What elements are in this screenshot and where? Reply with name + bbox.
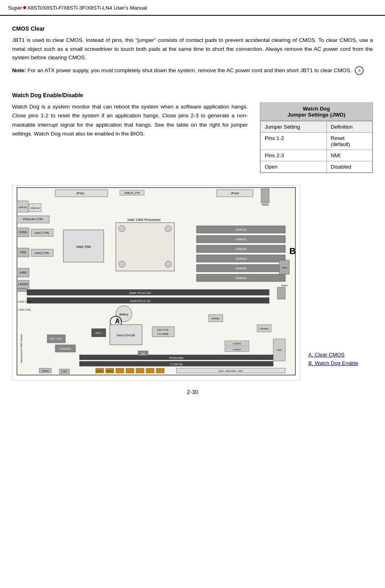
svg-text:LAN3: LAN3 [19,271,27,274]
svg-rect-84 [126,368,134,373]
svg-text:Supermicro® X8STi Series: Supermicro® X8STi Series [20,334,23,363]
svg-text:COM2: COM2 [61,370,67,373]
watchdog-heading: Watch Dog Enable/Disable [12,92,373,98]
header-brand: Super●X8STi/X8STi-F/X8STi-3F/X8STi-LN4 U… [8,3,147,12]
svg-text:SAS1 · SAS3  SAS4 · SAS7: SAS1 · SAS3 SAS4 · SAS7 [219,370,243,372]
spacer [12,82,373,90]
svg-text:WPM0485: WPM0485 [60,348,71,350]
page-footer: 2-30 [12,381,373,403]
watchdog-section: Watch Dog Enable/Disable Watch Dog is a … [12,92,373,173]
svg-text:IPMI/LAN CTRL: IPMI/LAN CTRL [23,218,43,221]
svg-text:DIMM2A: DIMM2A [235,257,247,260]
cmos-note: Note: For an ATX power supply, you must … [12,66,373,75]
svg-point-27 [119,225,125,232]
watchdog-col1-header: Jumper Setting [261,121,327,133]
svg-text:FAN: FAN [282,267,287,269]
svg-text:LSI 1068E: LSI 1068E [157,333,169,335]
note-label: Note: [12,67,26,73]
svg-rect-94 [277,287,285,299]
svg-text:JWD: JWD [141,352,145,355]
svg-point-30 [165,261,172,267]
cmos-clear-paragraph: JBT1 is used to clear CMOS. Instead of p… [12,36,373,62]
watchdog-col2-header: Definition [326,121,372,133]
svg-text:3-SGPIO: 3-SGPIO [233,342,241,345]
svg-text:FANA: FANA [281,284,288,287]
svg-rect-86 [146,368,154,373]
watchdog-row-0-col2: Reset(default) [326,133,372,150]
svg-text:LAN4 CTRL: LAN4 CTRL [18,309,31,311]
svg-rect-5 [261,189,269,203]
svg-text:LAN2 CTRL: LAN2 CTRL [18,300,31,303]
svg-text:DIMM1A: DIMM1A [235,238,247,241]
svg-text:USB1/2: USB1/2 [42,370,48,372]
svg-text:1MBUS_P51: 1MBUS_P51 [124,192,140,195]
svg-text:SX8S-PC14: X8: SX8S-PC14: X8 [130,300,150,302]
watchdog-row-2-col1: Open [261,161,327,173]
watchdog-row-1-col1: Pins 2-3 [261,150,327,161]
svg-text:T-1GPCIE: T-1GPCIE [170,363,183,366]
watchdog-table-title: Watch Dog Jumper Settings (JWD) [260,103,372,121]
watchdog-table-wrapper: Watch Dog Jumper Settings (JWD) Jumper S… [260,102,373,173]
watchdog-table: Jumper Setting Definition Pins 1-2Reset(… [260,121,372,173]
motherboard-diagram: JPW1 1MBUS_P51 FAN2 JPW2 USB D1 FM1 AN [12,185,300,381]
svg-text:DIMM1B: DIMM1B [235,228,247,231]
svg-text:3-SGPIO: 3-SGPIO [233,348,241,351]
svg-text:DIMM3B: DIMM3B [235,267,247,270]
watchdog-row-1-col2: NMI [326,150,372,161]
svg-point-29 [165,225,172,232]
svg-text:USB D1: USB D1 [18,206,27,209]
watchdog-two-col: Watch Dog is a system monitor that can r… [12,102,373,173]
svg-text:FAN2: FAN2 [262,203,269,206]
watchdog-row-2-col2: Disabled [326,161,372,173]
svg-text:Battery: Battery [119,313,129,316]
svg-text:BMC CTRL: BMC CTRL [50,338,63,340]
note-body: For an ATX power supply, you must comple… [26,67,352,73]
svg-text:UART: UART [276,349,282,351]
svg-text:LAN1 CTRL: LAN1 CTRL [34,231,50,234]
label-clear-cmos[interactable]: A. Clear CMOS [308,352,373,358]
svg-rect-83 [116,368,124,373]
warning-icon [355,66,364,75]
svg-text:JPW2: JPW2 [230,192,239,195]
svg-text:1-Button: 1-Button [259,327,269,330]
watchdog-row-0-col1: Pins 1-2 [261,133,327,150]
svg-text:COM1: COM1 [19,231,27,234]
diagram-section: JPW1 1MBUS_P51 FAN2 JPW2 USB D1 FM1 AN [12,185,373,381]
svg-rect-85 [136,368,144,373]
svg-rect-66 [152,327,174,337]
mb-diagram-svg: JPW1 1MBUS_P51 FAN2 JPW2 USB D1 FM1 AN [13,186,300,379]
svg-text:JPW1: JPW1 [76,192,85,195]
svg-text:Slot6: PCI-E X16: Slot6: PCI-E X16 [130,292,151,294]
watchdog-table-col: Watch Dog Jumper Settings (JWD) Jumper S… [260,102,373,173]
watchdog-description: Watch Dog is a system monitor that can r… [12,102,248,173]
main-content: CMOS Clear JBT1 is used to clear CMOS. I… [0,16,385,411]
diagram-labels: A. Clear CMOS B. Watch Dog Enable [308,185,373,381]
svg-text:BIOS: BIOS [96,332,101,334]
header-dot: ● [23,3,27,11]
cmos-clear-section: CMOS Clear JBT1 is used to clear CMOS. I… [12,25,373,75]
svg-text:Intel X58: Intel X58 [76,245,91,249]
svg-text:Intel ICH10R: Intel ICH10R [117,334,135,337]
svg-text:Intel 1366 Processor: Intel 1366 Processor [128,218,161,222]
svg-point-28 [119,261,125,267]
svg-text:1SATA1: 1SATA1 [96,370,103,372]
svg-text:SPNR1: SPNR1 [211,317,220,320]
page-number: 2-30 [187,389,198,395]
svg-text:PCIS3 M4x: PCIS3 M4x [169,357,184,359]
svg-text:B: B [289,246,296,256]
page-header: Super●X8STi/X8STi-F/X8STi-3F/X8STi-LN4 U… [0,0,385,16]
svg-text:SAS CTRL: SAS CTRL [157,329,169,331]
svg-text:LAN2/A: LAN2/A [18,283,28,286]
header-super: Super [8,5,22,11]
header-title: X8STi/X8STi-F/X8STi-3F/X8STi-LN4 User's … [27,5,147,11]
svg-text:DIMM3A: DIMM3A [235,277,247,279]
svg-text:2SATA1: 2SATA1 [106,370,113,372]
label-watch-dog-enable[interactable]: B. Watch Dog Enable [308,360,373,366]
svg-text:LAN2 CTRL: LAN2 CTRL [34,252,50,254]
svg-text:VGA: VGA [20,251,26,254]
cmos-clear-heading: CMOS Clear [12,25,373,32]
svg-text:DIMM2B: DIMM2B [235,248,247,250]
svg-text:FM1 AN: FM1 AN [31,207,40,209]
svg-text:A: A [115,318,120,325]
svg-rect-87 [156,368,164,373]
